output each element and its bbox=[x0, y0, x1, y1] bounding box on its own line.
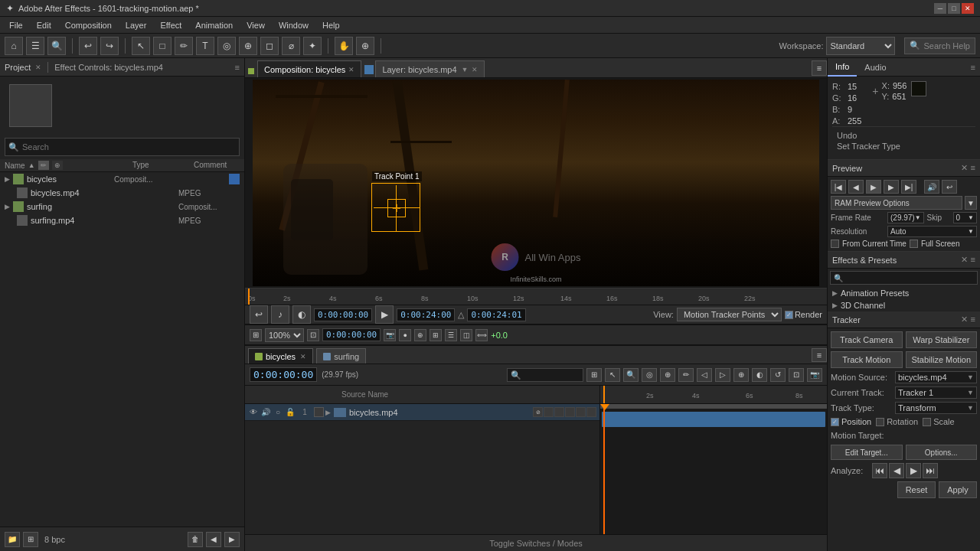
pixel-aspect-btn[interactable]: ⟺ bbox=[475, 329, 488, 341]
tl-markers-btn[interactable]: ◎ bbox=[642, 368, 657, 382]
motion-source-val[interactable]: bicycles.mp4 ▼ bbox=[895, 371, 977, 383]
skip-val[interactable]: 0 ▼ bbox=[953, 212, 977, 223]
tool-redo[interactable]: ↪ bbox=[100, 37, 119, 55]
tab-close-layer[interactable]: ✕ bbox=[472, 66, 478, 73]
preview-close-icon[interactable]: ✕ bbox=[961, 163, 968, 173]
tool-undo[interactable]: ↩ bbox=[79, 37, 97, 55]
tool-roto[interactable]: ⌀ bbox=[282, 37, 300, 55]
audio-btn[interactable]: ♪ bbox=[271, 305, 289, 324]
goto-end-btn[interactable]: ▶| bbox=[901, 180, 916, 194]
menu-effect[interactable]: Effect bbox=[154, 19, 188, 31]
project-item-bicycles[interactable]: ▶ bicycles Composit... bbox=[0, 172, 244, 186]
trash-btn[interactable]: 🗑 bbox=[188, 532, 203, 547]
workspace-select[interactable]: Standard bbox=[826, 37, 895, 55]
layer-no-effects-btn[interactable]: ⊘ bbox=[533, 407, 543, 417]
audio-preview-btn[interactable]: 🔊 bbox=[924, 180, 939, 194]
tool-hand[interactable]: ✋ bbox=[335, 37, 353, 55]
tl-graph-btn[interactable]: ▷ bbox=[715, 368, 730, 382]
tl-tab-bicycles[interactable]: bicycles ✕ bbox=[248, 348, 313, 364]
tool-home[interactable]: ⌂ bbox=[5, 37, 23, 55]
step-back-btn[interactable]: ◀ bbox=[848, 180, 864, 194]
step-fwd-btn[interactable]: ▶ bbox=[884, 180, 899, 194]
maximize-button[interactable]: □ bbox=[948, 3, 960, 14]
project-item-surfing-mp4[interactable]: surfing.mp4 MPEG bbox=[0, 214, 244, 227]
history-set-tracker-type[interactable]: Set Tracker Type bbox=[837, 141, 971, 152]
tl-add-marker-btn[interactable]: ⊕ bbox=[733, 368, 749, 382]
status-label[interactable]: Toggle Switches / Modes bbox=[489, 539, 583, 548]
time-display-main[interactable]: 0:00:00:00 bbox=[314, 308, 372, 321]
tool-search[interactable]: 🔍 bbox=[47, 37, 66, 55]
ep-3d-channel[interactable]: ▶ 3D Channel bbox=[828, 299, 980, 311]
tl-pen-btn[interactable]: 🔍 bbox=[623, 368, 639, 382]
options-btn[interactable]: Options... bbox=[906, 445, 978, 460]
tool-text[interactable]: T bbox=[196, 37, 214, 55]
menu-file[interactable]: File bbox=[3, 19, 29, 31]
audio-vis-btn[interactable]: 🔊 bbox=[260, 407, 271, 418]
transparency-btn[interactable]: ◫ bbox=[460, 329, 472, 341]
new-comp-btn[interactable]: ⊞ bbox=[23, 532, 38, 547]
ep-menu-icon[interactable]: ≡ bbox=[971, 255, 975, 265]
goto-start-btn[interactable]: |◀ bbox=[831, 180, 846, 194]
fit-comp-btn[interactable]: ⊡ bbox=[307, 329, 319, 341]
tool-pen[interactable]: ✏ bbox=[175, 37, 193, 55]
tool-new-comp[interactable]: ☰ bbox=[26, 37, 44, 55]
grid-overlay-btn[interactable]: ⊞ bbox=[430, 329, 442, 341]
tool-select[interactable]: ↖ bbox=[132, 37, 150, 55]
tl-camera-btn[interactable]: 📷 bbox=[807, 368, 822, 382]
menu-help[interactable]: Help bbox=[316, 19, 346, 31]
menu-view[interactable]: View bbox=[240, 19, 271, 31]
full-screen-checkbox[interactable] bbox=[910, 240, 918, 248]
menu-animation[interactable]: Animation bbox=[189, 19, 239, 31]
track-motion-btn[interactable]: Track Motion bbox=[831, 351, 903, 368]
bpc-label[interactable]: 8 bpc bbox=[44, 535, 65, 544]
panel-menu-viewer[interactable]: ≡ bbox=[812, 60, 827, 76]
apply-btn[interactable]: Apply bbox=[939, 481, 977, 498]
ep-close-icon[interactable]: ✕ bbox=[961, 255, 968, 265]
layer-quality-btn[interactable] bbox=[544, 407, 554, 417]
vis-btn[interactable]: 👁 bbox=[248, 407, 259, 418]
layer-row-bicycles[interactable]: 👁 🔊 ○ 🔓 1 ▶ bicycles.mp4 bbox=[245, 404, 599, 421]
tool-clone[interactable]: ⊕ bbox=[239, 37, 257, 55]
edit-target-btn[interactable]: Edit Target... bbox=[831, 445, 903, 460]
ram-preview-btn[interactable]: RAM Preview Options bbox=[831, 196, 962, 210]
close-button[interactable]: ✕ bbox=[962, 3, 974, 14]
view-dropdown[interactable]: Motion Tracker Points bbox=[677, 308, 782, 321]
tl-search-input[interactable] bbox=[507, 368, 583, 382]
lock-vis-btn[interactable]: 🔓 bbox=[285, 407, 296, 418]
tool-puppet[interactable]: ✦ bbox=[303, 37, 322, 55]
tl-time-display[interactable]: 0:00:00:00 bbox=[250, 367, 317, 382]
tab-close-comp[interactable]: ✕ bbox=[348, 66, 354, 73]
tool-zoom-tool[interactable]: ⊕ bbox=[356, 37, 374, 55]
tracker-close-icon[interactable]: ✕ bbox=[961, 315, 968, 324]
grid-btn[interactable]: ⊞ bbox=[250, 329, 262, 341]
layer-tab-dropdown[interactable]: ▼ bbox=[462, 66, 469, 73]
menu-composition[interactable]: Composition bbox=[59, 19, 118, 31]
minimize-button[interactable]: ─ bbox=[934, 3, 946, 14]
timecode-display[interactable]: 0:00:00:00 bbox=[322, 328, 381, 341]
tab-audio[interactable]: Audio bbox=[857, 58, 893, 77]
time-display-duration[interactable]: 0:00:24:00 bbox=[397, 308, 455, 321]
loop-btn[interactable]: ↩ bbox=[250, 305, 268, 324]
resolution-val[interactable]: Auto ▼ bbox=[887, 226, 977, 237]
analyze-ff-btn[interactable]: ⏭ bbox=[923, 463, 938, 478]
layer-adj-btn[interactable] bbox=[576, 407, 586, 417]
tab-layer-bicycles-mp4[interactable]: Layer: bicycles.mp4 ▼ ✕ bbox=[375, 60, 484, 77]
tracker-menu-icon[interactable]: ≡ bbox=[971, 315, 975, 324]
layer-color-chip[interactable] bbox=[314, 407, 324, 417]
tool-eraser[interactable]: ◻ bbox=[260, 37, 279, 55]
render-checkbox[interactable]: ✓ bbox=[785, 311, 793, 319]
track-type-val[interactable]: Transform ▼ bbox=[895, 402, 977, 414]
project-search-input[interactable] bbox=[22, 142, 236, 152]
tl-motion-btn[interactable]: ◁ bbox=[697, 368, 712, 382]
set-time-btn[interactable]: ▶ bbox=[375, 305, 394, 324]
layer-3d-btn[interactable] bbox=[586, 407, 596, 417]
scale-checkbox[interactable] bbox=[923, 418, 931, 426]
warp-stabilizer-btn[interactable]: Warp Stabilizer bbox=[906, 331, 978, 348]
menu-layer[interactable]: Layer bbox=[119, 19, 153, 31]
tl-comp-btn[interactable]: ⊡ bbox=[789, 368, 804, 382]
analyze-back-btn[interactable]: ◀ bbox=[889, 463, 904, 478]
panel-menu-icon[interactable]: ≡ bbox=[235, 63, 240, 72]
preview-menu-icon[interactable]: ≡ bbox=[971, 163, 975, 173]
layer-motion-blur-btn[interactable] bbox=[565, 407, 575, 417]
project-item-bicycles-mp4[interactable]: bicycles.mp4 MPEG bbox=[0, 186, 244, 200]
